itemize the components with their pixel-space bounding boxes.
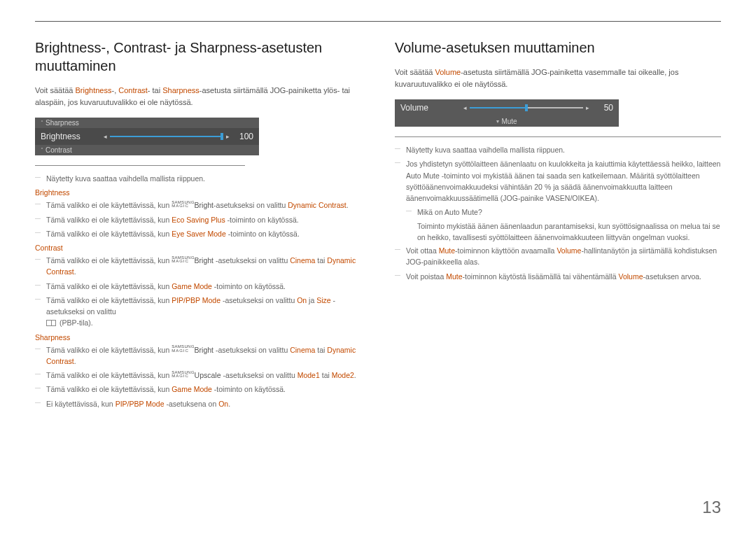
note: Tämä valikko ei ole käytettävissä, kun G… xyxy=(35,281,361,292)
sub-note-what-is: Mikä on Auto Mute? xyxy=(395,206,721,218)
note: Tämä valikko ei ole käytettävissä, kun E… xyxy=(35,214,361,225)
osd-main-row: Brightness ◂ ▸ 100 xyxy=(35,128,259,145)
osd-value: 100 xyxy=(232,132,253,141)
osd-bottom-label: Contrast xyxy=(46,146,72,154)
osd-main-label: Volume xyxy=(400,103,461,113)
chevron-down-icon: ˅ xyxy=(41,147,46,153)
samsung-magic-icon: SAMSUNGMAGIC xyxy=(172,371,194,379)
hl-volume: Volume xyxy=(435,68,461,76)
osd-slider xyxy=(470,107,583,108)
osd-bottom-row: ˅ Contrast xyxy=(35,145,259,155)
right-column: Volume-asetuksen muuttaminen Voit säätää… xyxy=(395,38,721,412)
chevron-up-icon: ˄ xyxy=(41,120,46,126)
osd-main-row: Volume ◂ ▸ 50 xyxy=(395,99,619,116)
left-intro: Voit säätää Brightness-, Contrast- tai S… xyxy=(35,85,361,108)
left-section-title: Brightness-, Contrast- ja Sharpness-aset… xyxy=(35,38,361,75)
subhead-contrast: Contrast xyxy=(35,244,361,252)
note: Tämä valikko ei ole käytettävissä, kun S… xyxy=(35,344,361,367)
note: Tämä valikko ei ole käytettävissä, kun S… xyxy=(35,255,361,278)
sub-note-explain: Toiminto mykistää äänen äänenlaadun para… xyxy=(395,220,721,244)
osd-volume-widget: Volume ◂ ▸ 50 ▾ Mute xyxy=(395,99,619,127)
note-auto-mute: Jos yhdistetyn syöttölaitteen äänenlaatu… xyxy=(395,158,721,204)
page-number: 13 xyxy=(702,498,721,517)
samsung-magic-icon: SAMSUNGMAGIC xyxy=(172,256,194,264)
samsung-magic-icon: SAMSUNGMAGIC xyxy=(172,201,194,209)
hl-sharpness: Sharpness xyxy=(162,86,200,94)
note-mute-disable: Voit poistaa Mute-toiminnon käytöstä lis… xyxy=(395,271,721,282)
chevron-down-icon: ▾ xyxy=(496,118,501,125)
osd-slider xyxy=(110,136,223,137)
note: Tämä valikko ei ole käytettävissä, kun P… xyxy=(35,295,361,329)
subhead-brightness: Brightness xyxy=(35,188,361,197)
osd-main-label: Brightness xyxy=(41,132,101,141)
osd-top-label: Sharpness xyxy=(46,119,79,127)
triangle-left-icon: ◂ xyxy=(461,104,470,111)
samsung-magic-icon: SAMSUNGMAGIC xyxy=(172,345,194,353)
top-rule xyxy=(35,21,721,22)
note-image-vary: Näytetty kuva saattaa vaihdella mallista… xyxy=(35,173,361,184)
triangle-left-icon: ◂ xyxy=(101,133,110,140)
note: Tämä valikko ei ole käytettävissä, kun S… xyxy=(35,199,361,211)
hl-contrast: Contrast xyxy=(118,86,148,94)
osd-bottom-row: ▾ Mute xyxy=(395,116,619,127)
thin-rule xyxy=(35,165,245,166)
pbp-icon xyxy=(46,320,56,326)
osd-top-row: ˄ Sharpness xyxy=(35,118,259,128)
hl-brightness: Brightness xyxy=(76,86,112,94)
right-section-title: Volume-asetuksen muuttaminen xyxy=(395,38,721,57)
triangle-right-icon: ▸ xyxy=(223,133,232,140)
note-image-vary: Näytetty kuva saattaa vaihdella mallista… xyxy=(395,144,721,155)
osd-bottom-label: Mute xyxy=(501,118,517,125)
thin-rule xyxy=(395,136,721,137)
right-intro: Voit säätää Volume-asetusta siirtämällä … xyxy=(395,66,721,90)
note: Tämä valikko ei ole käytettävissä, kun E… xyxy=(35,228,361,239)
subhead-sharpness: Sharpness xyxy=(35,333,361,342)
osd-value: 50 xyxy=(592,103,613,113)
left-column: Brightness-, Contrast- ja Sharpness-aset… xyxy=(35,38,361,412)
note: Tämä valikko ei ole käytettävissä, kun S… xyxy=(35,370,361,381)
triangle-right-icon: ▸ xyxy=(583,104,592,111)
note-mute-enable: Voit ottaa Mute-toiminnon käyttöön avaam… xyxy=(395,245,721,268)
note: Tämä valikko ei ole käytettävissä, kun G… xyxy=(35,384,361,395)
note: Ei käytettävissä, kun PIP/PBP Mode -aset… xyxy=(35,398,361,409)
osd-brightness-widget: ˄ Sharpness Brightness ◂ ▸ 100 ˅ Contras… xyxy=(35,118,259,155)
two-column-layout: Brightness-, Contrast- ja Sharpness-aset… xyxy=(35,38,721,412)
